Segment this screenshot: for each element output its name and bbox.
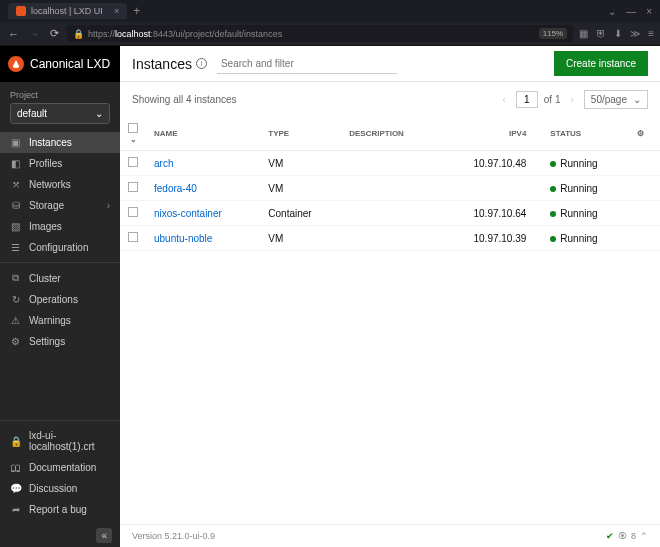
project-select[interactable]: default ⌄	[10, 103, 110, 124]
select-all-checkbox[interactable]	[128, 123, 138, 133]
bug-icon: ➦	[10, 504, 21, 515]
row-checkbox[interactable]	[128, 207, 138, 217]
chevron-down-icon: ⌄	[95, 108, 103, 119]
row-checkbox[interactable]	[128, 182, 138, 192]
network-icon: ⤱	[10, 179, 21, 190]
sliders-icon: ☰	[10, 242, 21, 253]
status-dot-icon	[550, 236, 556, 242]
collapse-sidebar-button[interactable]: «	[0, 524, 120, 547]
column-ipv4[interactable]: IPv4	[438, 117, 543, 151]
sidebar-item-instances[interactable]: ▣Instances	[0, 132, 120, 153]
tab-title: localhost | LXD UI	[31, 6, 103, 16]
instance-link[interactable]: ubuntu-noble	[154, 233, 212, 244]
cluster-icon: ⧉	[10, 272, 21, 284]
page-title: Instances i	[132, 56, 207, 72]
menu-icon[interactable]: ≡	[648, 28, 654, 39]
chevron-down-icon[interactable]: ⌄	[130, 135, 137, 144]
gear-icon: ⚙	[10, 336, 21, 347]
row-checkbox[interactable]	[128, 157, 138, 167]
sidebar-item-profiles[interactable]: ◧Profiles	[0, 153, 120, 174]
brand-name: Canonical LXD	[30, 57, 110, 71]
instance-link[interactable]: nixos-container	[154, 208, 222, 219]
create-instance-button[interactable]: Create instance	[554, 51, 648, 76]
page-input[interactable]	[516, 91, 538, 108]
minimize-icon[interactable]: —	[626, 6, 636, 17]
sidebar-item-storage[interactable]: ⛁Storage›	[0, 195, 120, 216]
column-config-button[interactable]: ⚙	[629, 117, 660, 151]
sidebar-item-settings[interactable]: ⚙Settings	[0, 331, 120, 352]
sidebar-item-images[interactable]: ▧Images	[0, 216, 120, 237]
extensions-icon[interactable]: ≫	[630, 28, 640, 39]
instance-link[interactable]: fedora-40	[154, 183, 197, 194]
status-dot-icon	[550, 161, 556, 167]
brand[interactable]: Canonical LXD	[0, 46, 120, 82]
chevron-up-icon[interactable]: ⌃	[640, 531, 648, 541]
back-button[interactable]: ←	[6, 26, 21, 42]
lock-icon: 🔒	[73, 29, 84, 39]
reload-button[interactable]: ⟳	[48, 25, 61, 42]
grid-icon[interactable]: ▦	[579, 28, 588, 39]
perpage-select[interactable]: 50/page ⌄	[584, 90, 648, 109]
column-type[interactable]: Type	[260, 117, 341, 151]
members-count: 8	[631, 531, 636, 541]
zoom-badge[interactable]: 115%	[539, 28, 567, 39]
sidebar-item-discussion[interactable]: 💬Discussion	[0, 478, 120, 499]
sidebar-item-networks[interactable]: ⤱Networks	[0, 174, 120, 195]
chevron-down-icon[interactable]: ⌄	[608, 6, 616, 17]
table-row[interactable]: ubuntu-noble VM 10.97.10.39 Running	[120, 226, 660, 251]
row-checkbox[interactable]	[128, 232, 138, 242]
warning-icon: ⚠	[10, 315, 21, 326]
table-row[interactable]: fedora-40 VM Running	[120, 176, 660, 201]
box-icon: ▣	[10, 137, 21, 148]
url-bar[interactable]: 🔒 https://localhost:8443/ui/project/defa…	[67, 25, 573, 42]
members-icon[interactable]: ⦿	[618, 531, 627, 541]
sidebar-item-cert[interactable]: 🔒lxd-ui-localhost(1).crt	[0, 425, 120, 457]
sidebar-item-docs[interactable]: 🕮Documentation	[0, 457, 120, 478]
operations-icon: ↻	[10, 294, 21, 305]
shield-icon[interactable]: ⛨	[596, 28, 606, 39]
version-text: Version 5.21.0-ui-0.9	[132, 531, 215, 541]
close-window-icon[interactable]: ×	[646, 6, 652, 17]
column-name[interactable]: Name	[146, 117, 260, 151]
chevron-right-icon: ›	[107, 200, 110, 211]
sidebar: Canonical LXD Project default ⌄ ▣Instanc…	[0, 46, 120, 547]
status-ok-icon[interactable]: ✔	[606, 531, 614, 541]
result-summary: Showing all 4 instances	[132, 94, 237, 105]
chat-icon: 💬	[10, 483, 21, 494]
project-label: Project	[10, 90, 110, 100]
sidebar-item-operations[interactable]: ↻Operations	[0, 289, 120, 310]
storage-icon: ⛁	[10, 200, 21, 211]
instance-link[interactable]: arch	[154, 158, 173, 169]
table-row[interactable]: nixos-container Container 10.97.10.64 Ru…	[120, 201, 660, 226]
new-tab-button[interactable]: +	[133, 4, 140, 18]
double-chevron-left-icon: «	[96, 528, 112, 543]
status-dot-icon	[550, 186, 556, 192]
prev-page-button[interactable]: ‹	[498, 92, 509, 107]
next-page-button[interactable]: ›	[567, 92, 578, 107]
image-icon: ▧	[10, 221, 21, 232]
info-icon[interactable]: i	[196, 58, 207, 69]
close-icon[interactable]: ×	[114, 6, 119, 16]
chevron-down-icon: ⌄	[633, 94, 641, 105]
brand-logo-icon	[8, 56, 24, 72]
profile-icon: ◧	[10, 158, 21, 169]
sidebar-item-bug[interactable]: ➦Report a bug	[0, 499, 120, 520]
browser-tab[interactable]: localhost | LXD UI ×	[8, 3, 127, 19]
main-content: Instances i Create instance Showing all …	[120, 46, 660, 547]
downloads-icon[interactable]: ⬇	[614, 28, 622, 39]
tab-favicon-icon	[16, 6, 26, 16]
page-total: of 1	[544, 94, 561, 105]
instances-table: ⌄ Name Type Description IPv4 Status ⚙ ar…	[120, 117, 660, 251]
column-description[interactable]: Description	[341, 117, 437, 151]
book-icon: 🕮	[10, 462, 21, 473]
sidebar-item-cluster[interactable]: ⧉Cluster	[0, 267, 120, 289]
lock-icon: 🔒	[10, 436, 21, 447]
sidebar-item-warnings[interactable]: ⚠Warnings	[0, 310, 120, 331]
browser-toolbar: ← → ⟳ 🔒 https://localhost:8443/ui/projec…	[0, 22, 660, 46]
column-status[interactable]: Status	[542, 117, 628, 151]
window-controls: ⌄ — ×	[608, 6, 652, 17]
search-input[interactable]	[217, 54, 397, 74]
forward-button[interactable]: →	[27, 26, 42, 42]
table-row[interactable]: arch VM 10.97.10.48 Running	[120, 151, 660, 176]
sidebar-item-configuration[interactable]: ☰Configuration	[0, 237, 120, 258]
